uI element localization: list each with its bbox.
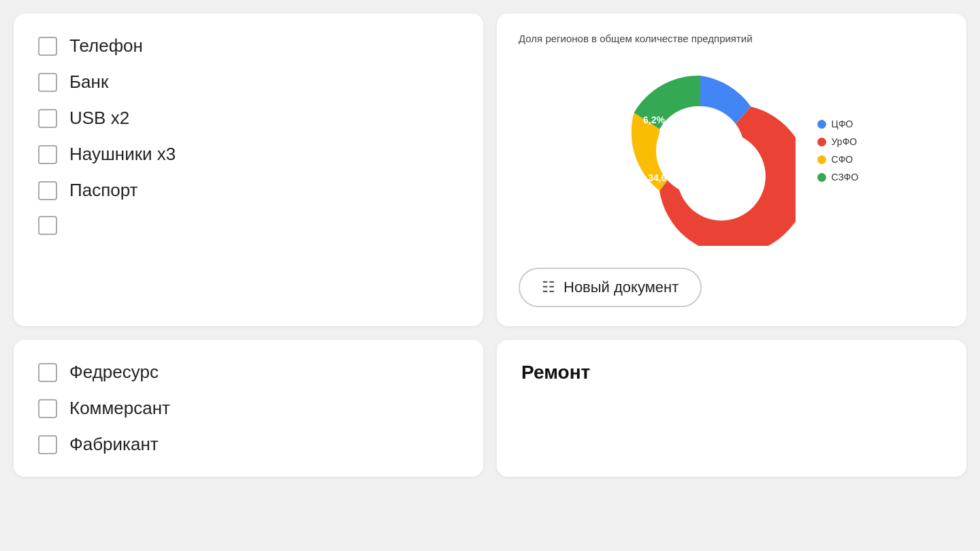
checklist-top: Телефон Банк USB x2 Наушники x3 Паспорт [38, 35, 459, 235]
item-label: Федресурс [69, 362, 159, 383]
checkbox-usb[interactable] [38, 109, 57, 128]
remont-card: Ремонт [497, 340, 966, 477]
list-item: USB x2 [38, 108, 459, 129]
chart-title: Доля регионов в общем количестве предпри… [519, 33, 945, 44]
chart-card: Доля регионов в общем количестве предпри… [497, 14, 966, 326]
list-item: Телефон [38, 35, 459, 57]
item-label: Телефон [69, 35, 143, 57]
legend-item-sfo: СФО [817, 154, 859, 165]
list-item: Наушники x3 [38, 144, 459, 165]
checkbox-kommersant[interactable] [38, 399, 57, 418]
list-item: Паспорт [38, 180, 459, 201]
item-label: USB x2 [69, 108, 129, 129]
checklist-card-bottom: Федресурс Коммерсант Фабрикант [14, 340, 483, 477]
new-doc-label: Новый документ [564, 279, 679, 296]
document-icon: ☷ [542, 279, 555, 296]
donut-svg: 13,2% 46,1% 34,6% 6,2% [605, 55, 796, 246]
label-cfo: 13,2% [713, 136, 740, 147]
legend-item-cfo: ЦФО [817, 119, 859, 129]
label-szfo: 6,2% [643, 114, 665, 125]
checklist-bottom: Федресурс Коммерсант Фабрикант [38, 362, 459, 455]
new-document-button[interactable]: ☷ Новый документ [519, 268, 702, 307]
donut-chart: 13,2% 46,1% 34,6% 6,2% [605, 55, 796, 246]
legend-dot-sfo [817, 155, 826, 164]
item-label: Паспорт [69, 180, 137, 201]
legend-item-urfo: УрФО [817, 136, 859, 147]
item-label: Фабрикант [69, 434, 159, 455]
list-item [38, 216, 459, 235]
checkbox-pasport[interactable] [38, 181, 57, 200]
chart-body: 13,2% 46,1% 34,6% 6,2% ЦФО УрФО СФО [519, 55, 945, 246]
checkbox-naushniki[interactable] [38, 145, 57, 164]
checkbox-fedresurs[interactable] [38, 363, 57, 382]
legend-dot-cfo [817, 120, 826, 129]
legend-dot-urfo [817, 138, 826, 146]
list-item: Федресурс [38, 362, 459, 383]
legend-item-szfo: СЗФО [817, 172, 859, 183]
legend-label-urfo: УрФО [832, 136, 858, 147]
legend-label-sfo: СФО [832, 154, 853, 165]
item-label: Банк [69, 72, 108, 93]
item-label: Коммерсант [69, 398, 170, 419]
legend-label-cfo: ЦФО [832, 119, 853, 129]
legend-label-szfo: СЗФО [832, 172, 859, 183]
list-item: Банк [38, 72, 459, 93]
legend-dot-szfo [817, 173, 826, 182]
label-sfo: 34,6% [648, 172, 675, 183]
list-item: Коммерсант [38, 398, 459, 419]
checkbox-telefon[interactable] [38, 37, 57, 56]
label-urfo: 46,1% [713, 196, 740, 207]
checkbox-fabrikant[interactable] [38, 435, 57, 454]
checklist-card-top: Телефон Банк USB x2 Наушники x3 Паспорт [14, 14, 483, 326]
item-label: Наушники x3 [69, 144, 176, 165]
remont-title: Ремонт [521, 362, 590, 383]
list-item: Фабрикант [38, 434, 459, 455]
donut-segments [631, 76, 795, 246]
chart-legend: ЦФО УрФО СФО СЗФО [817, 119, 859, 183]
checkbox-bank[interactable] [38, 73, 57, 92]
checkbox-empty[interactable] [38, 216, 57, 235]
